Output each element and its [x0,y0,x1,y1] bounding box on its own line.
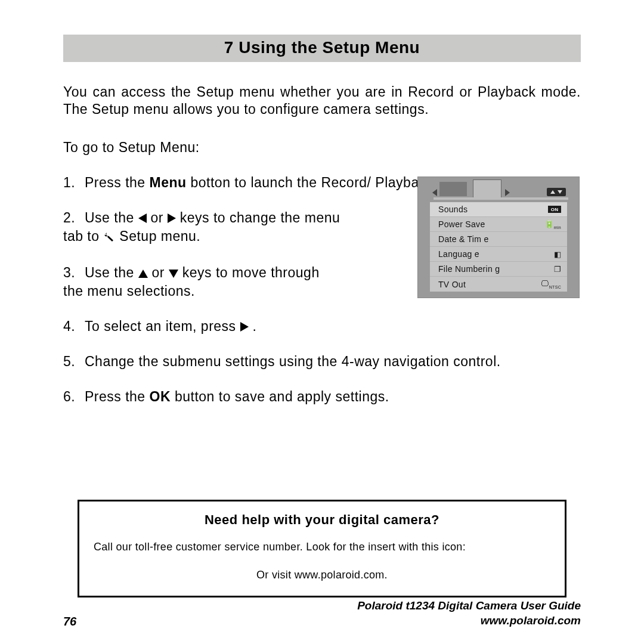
battery-icon: 🔋min [544,219,562,230]
step-text: or [148,265,169,280]
cam-row-label: TV Out [438,280,466,289]
cam-row-label: Power Save [438,219,485,229]
step-6: 6.Press the OK button to save and apply … [63,388,581,406]
ok-label: OK [150,389,171,404]
up-caret-icon [550,190,555,194]
step-text: or [147,210,168,225]
tab-underline [434,197,568,200]
help-title: Need help with your digital camera? [90,512,554,528]
intro-paragraph: You can access the Setup menu whether yo… [63,83,581,118]
cam-tab [439,182,467,196]
right-arrow-icon [168,213,176,223]
step-text: Use the [85,210,138,225]
cam-tab-bar [418,177,579,202]
copy-icon: ❐ [554,265,561,274]
help-line: Call our toll-free customer service numb… [90,541,554,553]
step-text: . [249,318,257,334]
step-text: Press the [85,175,150,190]
down-caret-icon [558,190,562,194]
step-text: Press the [85,389,150,404]
page-footer: 76 Polaroid t1234 Digital Camera User Gu… [63,598,581,628]
step-2: 2.Use the or keys to change the menu tab… [63,209,343,247]
step-text: Change the submenu settings using the 4-… [85,354,501,369]
step-text: Setup menu. [115,228,200,244]
footer-url: www.polaroid.com [357,613,581,628]
right-arrow-icon [240,322,249,332]
step-text: Use the [85,265,138,280]
footer-guide: Polaroid t1234 Digital Camera User Guide [357,598,581,614]
help-visit: Or visit www.polaroid.com. [90,569,554,581]
cam-row-language: Languag e ◧ [430,247,567,262]
manual-page: 7 Using the Setup Menu You can access th… [0,0,644,644]
camera-menu-illustration: Sounds ON Power Save 🔋min Date & Tim e L… [417,177,580,298]
cam-row-label: Date & Tim e [438,234,489,244]
cam-row-label: File Numberin g [438,264,500,274]
scroll-indicator [547,188,566,196]
lead-text: To go to Setup Menu: [63,140,581,156]
page-number: 76 [63,615,76,628]
cam-row-datetime: Date & Tim e [430,232,567,247]
tv-icon: 🖵NTSC [541,279,561,289]
wrench-icon [103,228,115,247]
step-3: 3.Use the or keys to move through the me… [63,264,343,301]
cam-row-sounds: Sounds ON [430,202,567,217]
menu-label: Menu [150,175,187,190]
footer-right: Polaroid t1234 Digital Camera User Guide… [357,598,581,628]
left-arrow-icon [138,213,147,223]
cam-row-label: Languag e [438,249,479,259]
language-icon: ◧ [554,250,561,259]
on-badge-icon: ON [548,206,561,213]
step-4: 4.To select an item, press . [63,317,581,336]
help-box: Need help with your digital camera? Call… [78,500,566,597]
step-text: button to save and apply settings. [171,389,389,404]
cam-tab-active [473,179,501,199]
tab-right-arrow-icon [505,189,510,196]
up-arrow-icon [138,270,148,278]
step-5: 5.Change the submenu settings using the … [63,352,581,371]
down-arrow-icon [169,270,178,278]
cam-row-tvout: TV Out 🖵NTSC [430,277,567,292]
section-heading: 7 Using the Setup Menu [63,35,581,62]
step-text: To select an item, press [85,318,240,334]
cam-row-powersave: Power Save 🔋min [430,217,567,232]
tab-left-arrow-icon [432,189,437,196]
cam-rows: Sounds ON Power Save 🔋min Date & Tim e L… [430,202,567,292]
cam-row-filenum: File Numberin g ❐ [430,262,567,277]
cam-row-label: Sounds [438,205,467,214]
